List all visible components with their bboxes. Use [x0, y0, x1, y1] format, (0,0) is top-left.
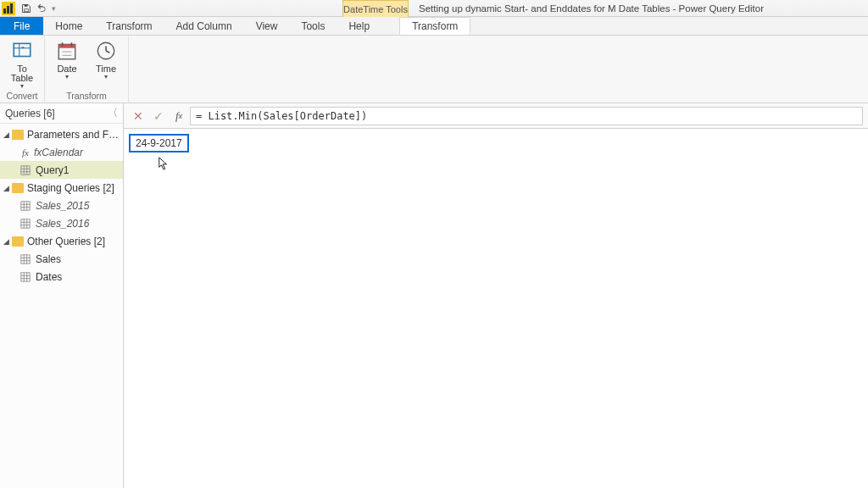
query-item[interactable]: Query1 — [0, 161, 123, 179]
cursor-icon — [158, 156, 170, 174]
table-icon — [19, 165, 32, 175]
queries-group-label: Other Queries [2] — [27, 236, 123, 247]
chevron-down-icon: ▾ — [65, 74, 69, 80]
to-table-icon — [10, 39, 34, 63]
queries-group[interactable]: ◢Staging Queries [2] — [0, 179, 123, 197]
table-icon — [19, 219, 32, 229]
tab-context-transform[interactable]: Transform — [399, 17, 470, 35]
svg-rect-17 — [21, 165, 30, 174]
ribbon-tabs: File Home Transform Add Column View Tool… — [0, 17, 868, 36]
twisty-icon: ◢ — [3, 184, 12, 192]
query-item-label: Dates — [36, 271, 62, 283]
query-item-label: fxCalendar — [34, 147, 83, 158]
collapse-pane-button[interactable]: 〈 — [106, 106, 120, 119]
query-item-label: Sales_2016 — [36, 218, 89, 230]
svg-rect-9 — [58, 44, 75, 47]
query-item-label: Query1 — [36, 164, 69, 176]
formula-cancel-button[interactable]: ✕ — [129, 107, 147, 125]
folder-icon — [12, 130, 24, 140]
table-icon — [19, 201, 32, 211]
query-item[interactable]: fxfxCalendar — [0, 143, 123, 161]
tab-file[interactable]: File — [0, 17, 43, 35]
formula-confirm-button[interactable]: ✓ — [149, 107, 168, 125]
result-value[interactable]: 24-9-2017 — [129, 134, 189, 152]
context-tools-label: DateTime Tools — [342, 0, 409, 17]
tab-help[interactable]: Help — [337, 17, 381, 35]
formula-input[interactable]: = List.Min(Sales[OrderDate]) — [190, 107, 863, 125]
window-title: Setting up dynamic Start- and Enddates f… — [419, 0, 764, 17]
twisty-icon: ◢ — [3, 237, 12, 246]
svg-rect-4 — [25, 4, 28, 6]
formula-bar: ✕ ✓ fx = List.Min(Sales[OrderDate]) — [124, 103, 868, 129]
queries-group-label: Parameters and Fu… — [27, 129, 123, 141]
calendar-icon — [55, 39, 79, 63]
svg-line-16 — [106, 51, 109, 53]
svg-rect-1 — [7, 6, 9, 14]
twisty-icon: ◢ — [3, 130, 12, 139]
queries-tree: ◢Parameters and Fu…fxfxCalendarQuery1◢St… — [0, 124, 123, 287]
clock-icon — [94, 39, 118, 63]
fx-icon[interactable]: fx — [170, 107, 188, 125]
svg-rect-2 — [10, 3, 13, 14]
queries-group-label: Staging Queries [2] — [27, 182, 123, 194]
svg-rect-32 — [21, 254, 30, 263]
queries-header-label: Queries [6] — [5, 108, 55, 119]
fx-icon: fx — [19, 147, 31, 158]
queries-header: Queries [6] 〈 — [0, 103, 123, 124]
date-button[interactable]: Date ▾ — [50, 37, 84, 90]
query-item[interactable]: Sales — [0, 250, 123, 268]
tab-tools[interactable]: Tools — [289, 17, 337, 35]
content-area: ✕ ✓ fx = List.Min(Sales[OrderDate]) 24-9… — [124, 103, 868, 488]
ribbon-group-convert: To Table ▾ Convert — [0, 36, 45, 103]
chevron-down-icon: ▾ — [20, 83, 24, 90]
quick-access-toolbar: ▾ DateTime Tools Setting up dynamic Star… — [0, 0, 868, 17]
table-icon — [19, 254, 32, 264]
queries-group[interactable]: ◢Parameters and Fu… — [0, 125, 123, 143]
ribbon: To Table ▾ Convert Date ▾ Time ▾ Trans — [0, 36, 868, 103]
tab-home[interactable]: Home — [43, 17, 94, 35]
svg-rect-3 — [25, 8, 29, 11]
ribbon-group-label-transform: Transform — [66, 90, 106, 103]
app-icon — [2, 2, 15, 15]
queries-group[interactable]: ◢Other Queries [2] — [0, 232, 123, 250]
ribbon-group-label-convert: Convert — [7, 90, 38, 103]
query-item-label: Sales — [36, 253, 61, 265]
svg-rect-22 — [21, 201, 30, 209]
tab-view[interactable]: View — [244, 17, 290, 35]
svg-rect-37 — [21, 272, 30, 280]
query-item[interactable]: Dates — [0, 268, 123, 286]
to-table-button[interactable]: To Table ▾ — [5, 37, 39, 90]
folder-icon — [12, 236, 24, 247]
tab-transform[interactable]: Transform — [94, 17, 164, 35]
result-area: 24-9-2017 — [124, 129, 868, 488]
query-item-label: Sales_2015 — [36, 200, 89, 212]
qat-dropdown-icon[interactable]: ▾ — [49, 4, 58, 13]
ribbon-group-transform: Date ▾ Time ▾ Transform — [45, 36, 129, 103]
main-area: Queries [6] 〈 ◢Parameters and Fu…fxfxCal… — [0, 103, 868, 488]
query-item[interactable]: Sales_2016 — [0, 214, 123, 232]
to-table-label: To Table — [11, 64, 33, 83]
chevron-down-icon: ▾ — [104, 74, 108, 80]
svg-rect-5 — [14, 43, 31, 56]
query-item[interactable]: Sales_2015 — [0, 197, 123, 214]
svg-rect-27 — [21, 219, 30, 227]
queries-pane: Queries [6] 〈 ◢Parameters and Fu…fxfxCal… — [0, 103, 124, 488]
tab-add-column[interactable]: Add Column — [164, 17, 244, 35]
undo-button[interactable] — [34, 2, 49, 15]
table-icon — [19, 272, 32, 282]
time-button[interactable]: Time ▾ — [89, 37, 123, 90]
folder-icon — [12, 183, 24, 193]
save-button[interactable] — [19, 2, 34, 15]
svg-rect-0 — [3, 8, 6, 14]
